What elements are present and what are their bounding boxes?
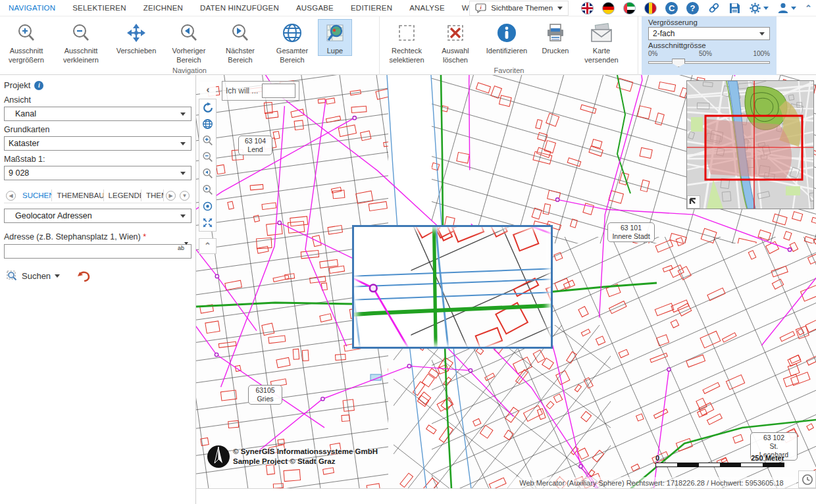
menu-analyse[interactable]: ANALYSE: [401, 0, 453, 16]
ribbon-group-navigation: Ausschnitt vergrößern Ausschnitt verklei…: [0, 16, 380, 75]
overview-collapse-button[interactable]: [687, 195, 700, 209]
themes-bubble-icon: i: [475, 3, 486, 13]
menu-selektieren[interactable]: SELEKTIEREN: [64, 0, 134, 16]
send-map-button[interactable]: Karte versenden: [575, 20, 628, 65]
chevron-down-icon: [55, 274, 60, 278]
address-input[interactable]: ab: [4, 244, 191, 259]
tab-themenbaum[interactable]: THEMENBAUM: [52, 189, 103, 201]
chevron-down-icon: [791, 7, 796, 10]
collapse-ribbon-icon[interactable]: ⌃: [805, 3, 812, 13]
full-extent-globe-icon[interactable]: [199, 116, 216, 132]
print-button[interactable]: Drucken: [536, 20, 575, 55]
button-label: Drucken: [542, 46, 569, 55]
button-label: Rechteck selektieren: [380, 46, 433, 65]
magnifier-settings-panel: Vergrösserung 2-fach Ausschnittgrösse 0%…: [642, 16, 777, 75]
tab-suchen[interactable]: SUCHEN: [18, 189, 52, 201]
link-icon[interactable]: [707, 1, 721, 14]
project-info-icon[interactable]: i: [34, 81, 43, 90]
envelope-icon: [590, 21, 613, 45]
previous-extent-button[interactable]: Vorheriger Bereich: [163, 20, 215, 65]
refresh-icon[interactable]: [199, 99, 216, 116]
tick-0: 0%: [648, 50, 657, 57]
menu-editieren[interactable]: EDITIEREN: [342, 0, 401, 16]
chevron-down-icon: [180, 214, 186, 218]
tabs-scroll-right-icon[interactable]: ▶: [166, 191, 176, 201]
full-extent-button[interactable]: Gesamter Bereich: [266, 20, 319, 65]
zoom-out-button[interactable]: Ausschnitt verkleinern: [53, 20, 109, 65]
clear-selection-button[interactable]: Auswahl löschen: [433, 20, 478, 65]
extent-size-slider[interactable]: [648, 57, 770, 68]
district-label-innere-stadt: 63 101Innere Stadt: [607, 222, 655, 242]
autocomplete-icon[interactable]: ab: [178, 245, 188, 251]
flag-romania-icon[interactable]: [644, 2, 657, 14]
settings-button[interactable]: [749, 2, 769, 14]
help-icon[interactable]: ?: [686, 2, 699, 14]
massstab-select[interactable]: 9 028: [4, 166, 191, 180]
geolocator-select[interactable]: Geolocator Adressen: [4, 209, 191, 223]
search-button[interactable]: Suchen: [4, 269, 63, 283]
visible-themes-button[interactable]: i Sichtbare Themen: [469, 1, 569, 16]
flag-germany-icon[interactable]: [602, 2, 615, 14]
tab-legende[interactable]: LEGENDE: [104, 189, 141, 201]
next-extent-small-icon[interactable]: [199, 182, 216, 198]
tabs-scroll-left-icon[interactable]: ◀: [6, 191, 16, 201]
button-label: Vorheriger Bereich: [163, 46, 215, 65]
north-arrow-icon: [207, 445, 230, 468]
previous-extent-small-icon[interactable]: [199, 165, 216, 182]
overview-map[interactable]: [686, 80, 814, 209]
flag-uk-icon[interactable]: [581, 2, 594, 14]
flag-uae-icon[interactable]: [623, 2, 636, 14]
geolocator-value: Geolocator Adressen: [15, 211, 92, 220]
button-label: Karte versenden: [575, 46, 628, 65]
zoom-in-button[interactable]: Ausschnitt vergrößern: [0, 20, 53, 65]
expand-extent-icon[interactable]: [199, 214, 216, 231]
undo-icon[interactable]: [77, 271, 90, 282]
c-badge-icon[interactable]: C: [665, 2, 678, 14]
time-slider-button[interactable]: [798, 470, 816, 488]
chevron-down-icon: [557, 7, 563, 10]
menu-ausgabe[interactable]: AUSGABE: [288, 0, 342, 16]
massstab-label: Maßstab 1:: [4, 155, 191, 164]
scale-start: 0: [655, 454, 659, 462]
district-label-lend: 63 104Lend: [238, 136, 272, 155]
menu-navigation[interactable]: NAVIGATION: [0, 0, 64, 16]
map-toolbar-collapse-icon[interactable]: ⌃: [199, 238, 217, 254]
move-arrows-icon: [126, 21, 147, 45]
scalebar-graphic: [655, 463, 784, 467]
slider-track[interactable]: [648, 61, 770, 64]
extent-size-label: Ausschnittgrösse: [648, 41, 770, 49]
zoom-in-small-icon[interactable]: [199, 132, 216, 149]
select-rectangle-button[interactable]: Rechteck selektieren: [380, 20, 433, 65]
menu-daten-hinzufuegen[interactable]: DATEN HINZUFÜGEN: [191, 0, 288, 16]
address-value: [5, 247, 8, 256]
save-icon[interactable]: [729, 3, 740, 14]
slider-thumb[interactable]: [672, 59, 685, 67]
ansicht-select[interactable]: Kanal: [4, 107, 191, 121]
scalebar: 0 250 Meter: [655, 454, 784, 467]
tab-themen-clipped[interactable]: THEM: [141, 189, 164, 201]
tick-50: 50%: [699, 50, 712, 57]
menu-zeichnen[interactable]: ZEICHNEN: [135, 0, 191, 16]
magnification-select[interactable]: 2-fach: [648, 27, 770, 40]
gear-icon: [749, 2, 761, 14]
group-label-navigation: Navigation: [0, 66, 379, 74]
iwill-input[interactable]: [262, 84, 295, 98]
sidebar-collapse-button[interactable]: ‹: [200, 82, 216, 98]
pan-button[interactable]: Verschieben: [109, 20, 163, 55]
identify-button[interactable]: Identifizieren: [478, 20, 536, 55]
magnifier-map-icon: [324, 21, 345, 45]
map-viewport[interactable]: Ich will ... ‹ ⌃ 63 104Lend: [196, 75, 816, 489]
zoom-out-small-icon[interactable]: [199, 149, 216, 165]
globe-icon: [282, 21, 303, 45]
center-map-icon[interactable]: [199, 198, 216, 214]
grundkarten-select[interactable]: Kataster: [4, 136, 191, 151]
tick-100: 100%: [753, 50, 770, 57]
slider-ticks: 0% 50% 100%: [648, 50, 770, 57]
ansicht-label: Ansicht: [4, 95, 191, 105]
next-extent-button[interactable]: Nächster Bereich: [215, 20, 266, 65]
button-label: Ausschnitt vergrößern: [0, 46, 53, 65]
magnifier-plus-icon: [16, 21, 36, 45]
user-button[interactable]: [777, 2, 796, 14]
magnifier-tool-button[interactable]: Lupe: [319, 20, 351, 55]
tabs-overflow-icon[interactable]: ▼: [180, 191, 190, 201]
